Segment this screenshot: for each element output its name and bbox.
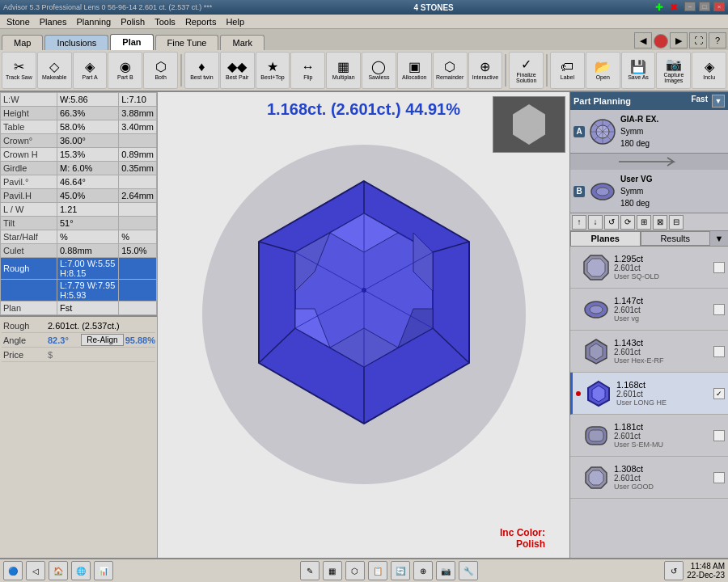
prop-label-5: Girdle (1, 162, 57, 175)
prop-val1-6: 46.64° (57, 175, 119, 189)
partb-button[interactable]: ◉ Part B (108, 52, 142, 89)
status-icon-11[interactable]: ⊕ (413, 561, 433, 580)
tab-planes[interactable]: Planes (570, 231, 641, 246)
prop-val1-0: W:5.86 (57, 93, 119, 107)
rp-arrow-6[interactable]: ⊠ (653, 215, 667, 230)
stone-item-2[interactable]: 1.143ct2.601ctUser Hex-E-RF (570, 331, 728, 373)
status-icons-center: ✎ ▦ ⬡ 📋 🔄 ⊕ 📷 🔧 (300, 561, 478, 580)
stone-checkbox-1[interactable] (713, 304, 725, 315)
tab-finetune[interactable]: Fine Tune (155, 35, 219, 50)
menu-help[interactable]: Help (221, 16, 249, 27)
nav-arrow-right[interactable]: ▶ (670, 32, 688, 48)
rp-arrow-7[interactable]: ⊟ (669, 215, 684, 230)
status-icon-4[interactable]: 🌐 (71, 561, 91, 580)
toolbar-sep-1 (180, 54, 182, 86)
multiplan-button[interactable]: ▦ Multiplan (326, 52, 361, 89)
rp-tab-collapse[interactable]: ▼ (710, 231, 728, 246)
status-icon-7[interactable]: ▦ (323, 561, 342, 580)
nav-help[interactable]: ? (709, 32, 726, 48)
svg-marker-44 (592, 386, 605, 402)
prop-val2-7: 2.64mm (119, 189, 157, 203)
rp-arrow-1[interactable]: ↑ (572, 215, 586, 230)
realign-button[interactable]: Re-Align (81, 334, 123, 346)
stone-checkbox-0[interactable] (713, 262, 725, 273)
stone-checkbox-4[interactable] (713, 430, 725, 441)
status-icon-1[interactable]: 🔵 (3, 561, 23, 580)
status-icon-10[interactable]: 🔄 (391, 561, 410, 580)
capture-button[interactable]: 📷 Capture Images (656, 52, 691, 89)
tracksaw-button[interactable]: ✂ Track Saw (2, 52, 36, 89)
stone-checkbox-3[interactable]: ✓ (713, 388, 725, 399)
minimize-button[interactable]: − (684, 2, 696, 11)
prop-row-14: PlanFst (1, 302, 157, 315)
stone-item-0[interactable]: 1.295ct2.601ctUser SQ-OLD (570, 247, 728, 289)
status-icon-9[interactable]: 📋 (368, 561, 387, 580)
stone-item-4[interactable]: 1.181ct2.601ctUser S-EM-MU (570, 415, 728, 457)
makeable-button[interactable]: ◇ Makeable (37, 52, 72, 89)
tab-mark[interactable]: Mark (220, 35, 264, 50)
label-button[interactable]: 🏷 Label (550, 52, 585, 89)
tab-map[interactable]: Map (2, 35, 43, 50)
both-button[interactable]: ⬡ Both (143, 52, 178, 89)
flip-button[interactable]: ↔ Flip (290, 52, 325, 89)
stone-checkbox-5[interactable] (713, 472, 725, 483)
bestpair-button[interactable]: ◆◆ Best Pair (220, 52, 255, 89)
sawless-button[interactable]: ◯ Sawless (362, 52, 396, 89)
close-button[interactable]: × (713, 2, 725, 11)
parta-button[interactable]: ◈ Part A (73, 52, 108, 89)
tab-results[interactable]: Results (641, 231, 711, 246)
prop-val2-8 (119, 203, 157, 217)
prop-row-6: Pavil.°46.64° (1, 175, 157, 189)
remainder-button[interactable]: ⬡ Remainder (433, 52, 468, 89)
rp-arrow-5[interactable]: ⊞ (637, 215, 651, 230)
nav-arrow-left[interactable]: ◀ (634, 32, 652, 48)
pp-a-grade: GIA-R (620, 115, 643, 124)
rp-collapse-button[interactable]: ▼ (712, 95, 725, 108)
rp-arrow-4[interactable]: ⟳ (620, 215, 635, 230)
status-icon-6[interactable]: ✎ (300, 561, 320, 580)
open-button[interactable]: 📂 Open (586, 52, 620, 89)
tab-plan[interactable]: Plan (110, 34, 153, 50)
status-icon-8[interactable]: ⬡ (345, 561, 365, 580)
tab-inclusions[interactable]: Inclusions (44, 35, 108, 50)
stone-info-2: 1.143ct2.601ctUser Hex-E-RF (614, 338, 710, 365)
stone-item-3[interactable]: 1.168ct2.601ctUser LONG HE✓ (570, 373, 728, 415)
prop-row-11: Culet0.88mm15.0% (1, 244, 157, 258)
besttwin-button[interactable]: ♦ Best twin (184, 52, 219, 89)
status-icon-2[interactable]: ◁ (26, 561, 45, 580)
record-button[interactable] (654, 34, 668, 48)
status-icon-12[interactable]: 📷 (436, 561, 455, 580)
inclusions-button[interactable]: ◈ Inclu (692, 52, 726, 89)
bottom-stats: Rough 2.601ct. (2.537ct.) Angle 82.3° Re… (0, 315, 157, 364)
pp-b-grade: User (620, 175, 638, 183)
status-icon-3[interactable]: 🏠 (49, 561, 68, 580)
allocation-button[interactable]: ▣ Allocation (397, 52, 432, 89)
menu-reports[interactable]: Reports (180, 16, 222, 27)
title-bar-right: ✚ ✖ − □ × (655, 2, 725, 13)
maximize-button[interactable]: □ (699, 2, 710, 11)
stone-item-5[interactable]: 1.308ct2.601ctUser GOOD (570, 457, 728, 499)
interactive-button[interactable]: ⊕ Interactive (468, 52, 503, 89)
status-icon-5[interactable]: 📊 (94, 561, 113, 580)
stone-checkbox-2[interactable] (713, 346, 725, 357)
menu-planes[interactable]: Planes (35, 16, 72, 27)
app-title: Advisor 5.3 Professional Lens 0 56-96-14… (3, 3, 212, 11)
capture-icon: 📷 (666, 58, 682, 71)
menu-polish[interactable]: Polish (116, 16, 150, 27)
besttop-button[interactable]: ★ Best+Top (256, 52, 290, 89)
menu-planning[interactable]: Planning (71, 16, 116, 27)
menu-tools[interactable]: Tools (150, 16, 180, 27)
nav-tabs: Map Inclusions Plan Fine Tune Mark ◀ ▶ ⛶… (0, 29, 728, 50)
stone-item-1[interactable]: 1.147ct2.601ctUser vg (570, 289, 728, 331)
prop-label-10: Star/Half (1, 230, 57, 244)
rotate-icon[interactable]: ↺ (664, 561, 684, 580)
besttwin-icon: ♦ (198, 61, 205, 74)
status-icon-13[interactable]: 🔧 (459, 561, 478, 580)
rp-arrow-2[interactable]: ↓ (588, 215, 603, 230)
finalize-button[interactable]: ✓ Finalize Solution (509, 52, 544, 89)
saveas-button[interactable]: 💾 Save As (621, 52, 656, 89)
menu-stone[interactable]: Stone (2, 16, 35, 27)
toolbar-sep-3 (546, 54, 548, 86)
nav-expand[interactable]: ⛶ (689, 32, 707, 48)
rp-arrow-3[interactable]: ↺ (604, 215, 619, 230)
